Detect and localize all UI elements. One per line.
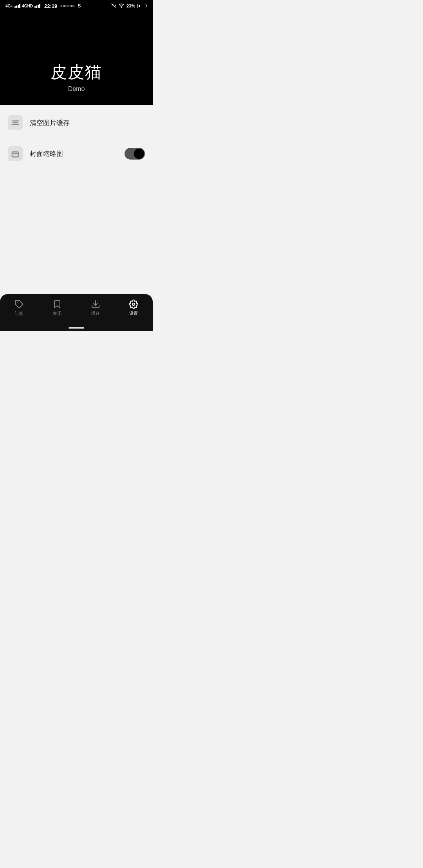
time-display: 22:19 <box>44 3 57 9</box>
thumbnail-icon <box>11 149 20 158</box>
signal-bars-2 <box>34 4 40 8</box>
gear-icon <box>129 300 138 309</box>
svg-point-6 <box>13 153 14 154</box>
download-icon <box>91 300 100 309</box>
clear-cache-icon-wrapper <box>8 115 23 130</box>
skype-icon: S <box>78 3 81 9</box>
status-left: 4G+ 4GHD 22:19 0.00 KB/s S <box>5 3 81 9</box>
toggle-thumb <box>134 149 144 159</box>
mute-icon <box>111 3 116 9</box>
signal-bars-1 <box>14 4 20 8</box>
bookmark-icon <box>52 300 62 309</box>
menu-lines-icon <box>11 118 20 127</box>
svg-point-7 <box>15 153 16 154</box>
cover-thumbnail-item[interactable]: 封面缩略图 <box>0 138 153 169</box>
status-bar: 4G+ 4GHD 22:19 0.00 KB/s S <box>0 0 153 11</box>
clear-cache-item[interactable]: 清空图片缓存 <box>0 107 153 138</box>
home-indicator <box>69 327 84 329</box>
content-spacer <box>0 232 153 294</box>
wifi-icon <box>119 3 124 9</box>
cover-thumbnail-label: 封面缩略图 <box>30 149 125 158</box>
clear-cache-label: 清空图片缓存 <box>30 118 145 127</box>
nav-discover-label: 发现 <box>53 311 61 316</box>
nav-settings-label: 设置 <box>129 311 138 316</box>
tag-icon <box>14 300 24 309</box>
battery-icon <box>137 4 147 8</box>
cover-thumbnail-icon-wrapper <box>8 146 23 161</box>
svg-point-11 <box>132 303 135 305</box>
status-right: 23% <box>111 3 147 9</box>
svg-rect-5 <box>12 152 19 157</box>
signal-4g-icon: 4G+ <box>5 4 13 8</box>
home-indicator-wrapper <box>0 326 153 331</box>
app-title: 皮皮猫 <box>51 61 102 83</box>
nav-item-subscribe[interactable]: 订阅 <box>7 298 32 318</box>
nav-item-settings[interactable]: 设置 <box>121 298 146 318</box>
bottom-nav: 订阅 发现 缓存 设置 <box>0 294 153 326</box>
nav-subscribe-label: 订阅 <box>15 311 24 316</box>
cover-thumbnail-toggle[interactable] <box>125 148 145 160</box>
network-type2: 4GHD <box>22 4 33 8</box>
nav-item-cache[interactable]: 缓存 <box>83 298 108 318</box>
app-subtitle: Demo <box>68 85 85 93</box>
nav-item-discover[interactable]: 发现 <box>45 298 70 318</box>
hero-section: 皮皮猫 Demo <box>0 11 153 105</box>
data-speed: 0.00 KB/s <box>60 4 74 8</box>
battery-percent: 23% <box>127 4 135 8</box>
settings-list: 清空图片缓存 封面缩略图 <box>0 105 153 232</box>
svg-point-1 <box>121 7 121 7</box>
nav-cache-label: 缓存 <box>91 311 100 316</box>
svg-point-8 <box>16 153 17 154</box>
